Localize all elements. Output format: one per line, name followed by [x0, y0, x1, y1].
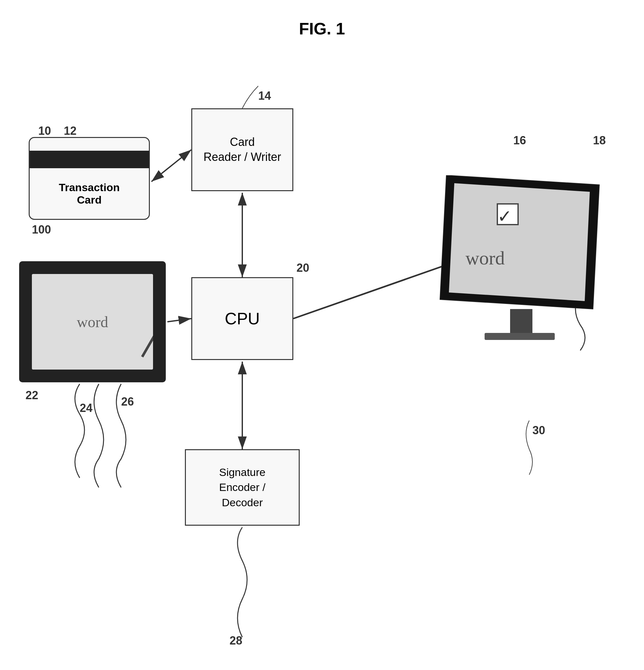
figure-title: FIG. 1 — [299, 19, 345, 38]
card-reader-box: CardReader / Writer — [191, 108, 293, 191]
ref-14: 14 — [258, 89, 271, 103]
cpu-label: CPU — [225, 309, 260, 328]
sig-pad-inner: word — [32, 274, 153, 370]
svg-rect-12 — [510, 309, 533, 335]
ref-100: 100 — [32, 223, 51, 237]
svg-line-2 — [152, 150, 191, 182]
stylus — [141, 307, 153, 358]
ref-12: 12 — [64, 124, 77, 138]
ref-24: 24 — [80, 401, 92, 415]
ref-30: 30 — [533, 424, 545, 437]
sig-encoder-box: Signature Encoder / Decoder — [185, 449, 300, 526]
card-label: Transaction Card — [59, 181, 120, 206]
svg-text:✓: ✓ — [497, 206, 512, 226]
svg-text:word: word — [465, 247, 505, 269]
ref-fig1: 10 — [38, 124, 51, 138]
ref-16: 16 — [513, 134, 526, 147]
sig-pad-outer: word — [19, 261, 166, 382]
svg-marker-8 — [449, 183, 590, 301]
ref-28: 28 — [229, 634, 242, 647]
signature-pad: word — [19, 261, 166, 382]
svg-line-4 — [167, 319, 191, 322]
diagram: FIG. 1 — [0, 0, 644, 670]
ref-22: 22 — [26, 389, 38, 402]
monitor: ✓ word — [434, 175, 612, 354]
card-stripe — [30, 151, 149, 168]
monitor-svg: ✓ word — [434, 175, 612, 354]
ref-18: 18 — [593, 134, 606, 147]
ref-20: 20 — [297, 261, 309, 274]
transaction-card: Transaction Card — [29, 137, 150, 220]
sig-pad-writing: word — [77, 313, 108, 331]
card-reader-label: CardReader / Writer — [203, 135, 281, 165]
svg-rect-13 — [485, 333, 555, 340]
ref-26: 26 — [121, 395, 134, 408]
sig-encoder-label: Signature Encoder / Decoder — [219, 465, 266, 510]
cpu-box: CPU — [191, 277, 293, 360]
